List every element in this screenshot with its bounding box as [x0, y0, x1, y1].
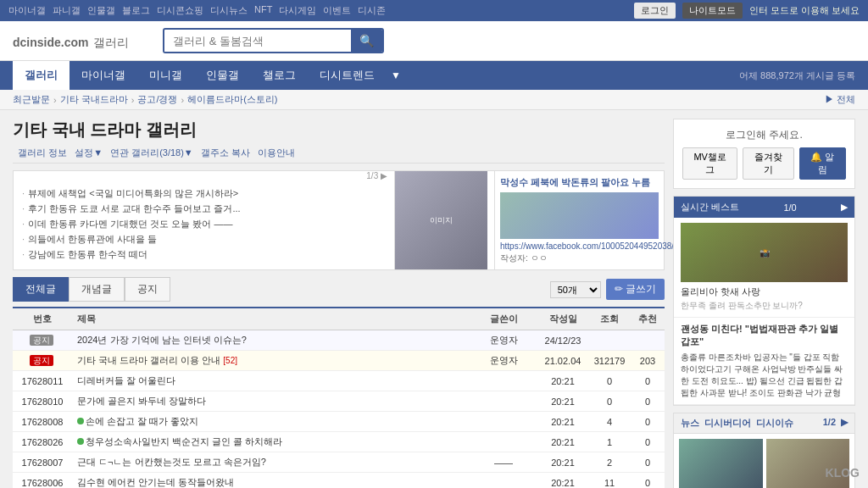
- tab-guide[interactable]: 이용안내: [258, 147, 295, 158]
- per-page-select[interactable]: 50개 30개 100개: [550, 281, 601, 298]
- nav-dsitrend[interactable]: 디시트렌드: [308, 61, 387, 90]
- best-nav[interactable]: ▶: [841, 202, 848, 213]
- topnav-blog[interactable]: 블로그: [122, 4, 150, 17]
- best-item-title[interactable]: 괜성동 미친다! "법법재판관 추가 일별 갑포": [681, 323, 848, 348]
- topnav-game[interactable]: 다시게임: [279, 4, 316, 17]
- row-author: [470, 371, 537, 391]
- tab-settings[interactable]: 설정▼: [75, 147, 103, 158]
- main-nav: 갤러리 마이너갤 미니갤 인물갤 챌로그 디시트렌드 ▼ 어제 888,972개…: [0, 61, 868, 90]
- row-author: [470, 412, 537, 432]
- row-author: [470, 473, 537, 489]
- row-title[interactable]: 기타 국내 드라마 갤러리 이용 안내 [52]: [72, 351, 470, 371]
- news-item: 1 주주날씨어 뜬 무율 딴 헛으로...'尹 한혁': [679, 439, 763, 488]
- best-title-bar: 실시간 베스트 1/0 ▶: [674, 197, 854, 218]
- best-item: 괜성동 미친다! "법법재판관 추가 일별 갑포" 총졸류 마른조차바 입공자는…: [674, 318, 854, 405]
- news-label: 뉴스: [681, 417, 699, 430]
- tab-all-posts[interactable]: 전체글: [13, 277, 69, 302]
- row-date: 20:21: [537, 452, 588, 473]
- table-header-row: 번호 제목 글쓴이 작성일 조회 추천: [13, 308, 665, 330]
- best-title: 실시간 베스트: [681, 201, 739, 214]
- sidebar-best-box: 실시간 베스트 1/0 ▶ 📸 올리비아 핫새 사랑 한무족 졸려 판독소추만 …: [673, 196, 855, 406]
- topnav-nft[interactable]: NFT: [254, 4, 272, 17]
- row-rec: 0: [631, 412, 665, 432]
- row-views: 312179: [588, 351, 631, 371]
- nav-gallery[interactable]: 갤러리: [13, 61, 70, 90]
- nav-persongal[interactable]: 인물갤: [194, 61, 251, 90]
- tab-related[interactable]: 연관 갤러리(3/18)▼: [110, 147, 193, 158]
- breadcrumb-all[interactable]: ▶ 전체: [825, 93, 855, 106]
- row-num: 17628008: [13, 412, 72, 432]
- search-input[interactable]: [164, 30, 351, 52]
- row-views: 1: [588, 432, 631, 452]
- site-logo[interactable]: dcinside.com 갤러리: [13, 31, 129, 51]
- fb-url[interactable]: https://www.facebook.com/100052044952038…: [500, 241, 659, 251]
- col-number: 번호: [13, 308, 72, 330]
- table-row: 17628007 근대 ㄷ¬ㄴ는 어칸했는것도 모르고 속은거임? —— 20:…: [13, 452, 665, 473]
- news-thumb: [766, 439, 850, 488]
- row-title[interactable]: 청우성소속사일반지 백순건지 글인 콜 하치해라: [72, 432, 470, 452]
- row-views: 0: [588, 371, 631, 391]
- tab-gallery-info[interactable]: 갤러리 정보: [18, 147, 67, 158]
- nav-minergal[interactable]: 마이너갤: [70, 61, 137, 90]
- row-title[interactable]: 디레버커들 잘 어울린다: [72, 371, 470, 391]
- tab-copy-url[interactable]: 갤주소 복사: [201, 147, 250, 158]
- breadcrumb-notice[interactable]: 공고/경쟁: [137, 93, 177, 106]
- topnav-event[interactable]: 이벤트: [323, 4, 351, 17]
- row-date: 20:21: [537, 391, 588, 412]
- news-item: 2 75kg 빠고 신생이 달 쪄 것으로...'尹 한혁': [766, 439, 850, 488]
- login-button[interactable]: 로그인: [634, 3, 676, 19]
- darkmode-button[interactable]: 나이트모드: [682, 3, 743, 19]
- row-date: 24/12/23: [537, 330, 588, 351]
- row-title[interactable]: 문가에 골은지 봐두네 장말하다: [72, 391, 470, 412]
- nav-challlog[interactable]: 챌로그: [251, 61, 308, 90]
- breadcrumb-home[interactable]: 최근발문: [13, 93, 50, 106]
- best-item-title[interactable]: 올리비아 핫새 사랑: [681, 286, 848, 298]
- notice-thumbnail: 이미지: [394, 171, 487, 269]
- news-nav[interactable]: ▶: [841, 417, 848, 430]
- main-content: 기타 국내 드라마 갤러리 갤러리 정보 설정▼ 연관 갤러리(3/18)▼ 갤…: [13, 119, 665, 488]
- best-item-sub: 한무족 졸려 판독소추만 보니까?: [681, 300, 848, 312]
- topnav-mynergal[interactable]: 마이너갤: [8, 4, 46, 17]
- best-page: 1/0: [783, 202, 796, 213]
- breadcrumb-story[interactable]: 헤이름드라마(스토리): [187, 93, 277, 106]
- gallery-tabs-row: 갤러리 정보 설정▼ 연관 갤러리(3/18)▼ 갤주소 복사 이용안내: [13, 147, 665, 164]
- row-title[interactable]: 2024년 가장 기억에 남는 인터넷 이슈는?: [72, 330, 470, 351]
- row-title[interactable]: 김수현 에어컨 안기는데 동작들어왔내: [72, 473, 470, 489]
- notice-area: 1/3 ▶ 뷰제에 새책업 <국일 미디어특화의 많은 개시하라> 후기 한동유…: [13, 170, 665, 270]
- fb-header: 막성수 페북에 박돈류의 팔아요 누름: [500, 176, 659, 189]
- col-rec: 추천: [631, 308, 665, 330]
- news-disibidi[interactable]: 디시버디어: [704, 417, 751, 430]
- board-table: 번호 제목 글쓴이 작성일 조회 추천 공지 2024년 가장 기억에 남는 인…: [13, 307, 665, 488]
- table-row: 공지 기타 국내 드라마 갤러리 이용 안내 [52] 운영자 21.02.04…: [13, 351, 665, 371]
- row-title[interactable]: 근대 ㄷ¬ㄴ는 어칸했는것도 모르고 속은거임?: [72, 452, 470, 473]
- nav-minigal[interactable]: 미니갤: [137, 61, 194, 90]
- news-disiissue[interactable]: 디시이슈: [756, 417, 793, 430]
- nav-dropdown[interactable]: ▼: [387, 63, 405, 88]
- notification-button[interactable]: 🔔 알림: [799, 147, 846, 180]
- write-button[interactable]: ✏ 글쓰기: [606, 279, 665, 300]
- notice-item: 뷰제에 새책업 <국일 미디어특화의 많은 개시하라>: [22, 187, 379, 200]
- board-tabs: 전체글 개념글 공지 50개 30개 100개 ✏ 글쓰기: [13, 277, 665, 302]
- search-button[interactable]: 🔍: [351, 30, 382, 52]
- topnav-panigal[interactable]: 파니갤: [53, 4, 81, 17]
- col-views: 조회: [588, 308, 631, 330]
- site-header: dcinside.com 갤러리 🔍: [0, 21, 868, 61]
- mv-challlog-button[interactable]: MV챌로그: [682, 147, 737, 180]
- row-rec: 0: [631, 432, 665, 452]
- topnav-person[interactable]: 인물갤: [87, 4, 115, 17]
- login-prompt: 인터 모드로 이용해 보세요: [749, 4, 860, 17]
- tab-notice-posts[interactable]: 공지: [125, 277, 170, 302]
- topnav-disconshopping[interactable]: 디시콘쇼핑: [157, 4, 203, 17]
- top-bar-links: 마이너갤 파니갤 인물갤 블로그 디시콘쇼핑 디시뉴스 NFT 다시게임 이벤트…: [8, 4, 386, 17]
- stat-bar: 어제 888,972개 게시글 등록: [739, 69, 855, 82]
- table-row: 17628011 디레버커들 잘 어울린다 20:21 0 0: [13, 371, 665, 391]
- tab-featured-posts[interactable]: 개념글: [69, 277, 125, 302]
- row-author: ——: [470, 452, 537, 473]
- topnav-news[interactable]: 디시뉴스: [210, 4, 248, 17]
- news-thumb: [679, 439, 763, 488]
- row-title[interactable]: 손에 손잡고 잘 때가 좋았지: [72, 412, 470, 432]
- topnav-discon[interactable]: 디시존: [358, 4, 386, 17]
- row-date: 21.02.04: [537, 351, 588, 371]
- breadcrumb-drama[interactable]: 기타 국내드라마: [60, 93, 128, 106]
- favorites-button[interactable]: 즐겨찾기: [743, 147, 793, 180]
